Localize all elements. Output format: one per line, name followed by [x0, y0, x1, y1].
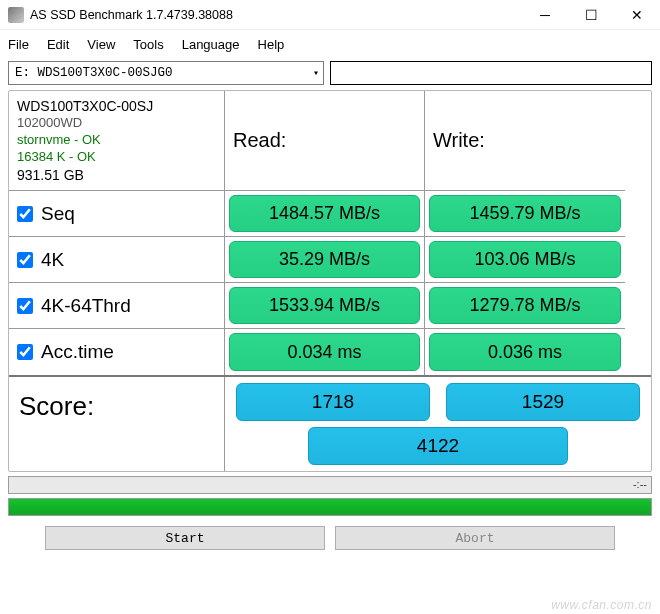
row-acc: Acc.time [9, 329, 225, 375]
value-acc-read: 0.034 ms [229, 333, 420, 371]
menu-tools[interactable]: Tools [133, 37, 163, 52]
row-4k: 4K [9, 237, 225, 283]
progress-area: -:-- [0, 472, 660, 516]
progress-overall [8, 498, 652, 516]
device-driver-status: stornvme - OK [17, 132, 101, 149]
row-seq: Seq [9, 191, 225, 237]
button-row: Start Abort [0, 520, 660, 550]
title-bar: AS SSD Benchmark 1.7.4739.38088 ─ ☐ ✕ [0, 0, 660, 30]
device-model: WDS100T3X0C-00SJ [17, 97, 153, 115]
score-row: Score: 1718 1529 4122 [9, 375, 651, 471]
close-button[interactable]: ✕ [614, 0, 660, 29]
score-label: Score: [9, 377, 225, 471]
menu-file[interactable]: File [8, 37, 29, 52]
chevron-down-icon: ▾ [313, 67, 319, 79]
results-panel: WDS100T3X0C-00SJ 102000WD stornvme - OK … [8, 90, 652, 472]
cell-4k-read: 35.29 MB/s [225, 237, 425, 283]
app-icon [8, 7, 24, 23]
menu-edit[interactable]: Edit [47, 37, 69, 52]
header-write: Write: [425, 91, 625, 191]
value-4k-write: 103.06 MB/s [429, 241, 621, 278]
cell-seq-write: 1459.79 MB/s [425, 191, 625, 237]
device-alignment-status: 16384 K - OK [17, 149, 96, 166]
score-read: 1718 [236, 383, 430, 421]
menu-language[interactable]: Language [182, 37, 240, 52]
score-buttons: 1718 1529 4122 [225, 377, 651, 471]
results-grid: WDS100T3X0C-00SJ 102000WD stornvme - OK … [9, 91, 651, 375]
value-seq-write: 1459.79 MB/s [429, 195, 621, 232]
path-input[interactable] [330, 61, 652, 85]
abort-button: Abort [335, 526, 615, 550]
value-acc-write: 0.036 ms [429, 333, 621, 371]
cell-4k64-write: 1279.78 MB/s [425, 283, 625, 329]
start-button[interactable]: Start [45, 526, 325, 550]
value-4k-read: 35.29 MB/s [229, 241, 420, 278]
cell-4k64-read: 1533.94 MB/s [225, 283, 425, 329]
menu-help[interactable]: Help [258, 37, 285, 52]
label-acc: Acc.time [41, 341, 114, 363]
device-capacity: 931.51 GB [17, 166, 84, 184]
drive-select[interactable]: E: WDS100T3X0C-00SJG0 ▾ [8, 61, 324, 85]
checkbox-seq[interactable] [17, 206, 33, 222]
value-4k64-read: 1533.94 MB/s [229, 287, 420, 324]
label-seq: Seq [41, 203, 75, 225]
cell-acc-write: 0.036 ms [425, 329, 625, 375]
value-4k64-write: 1279.78 MB/s [429, 287, 621, 324]
menu-bar: File Edit View Tools Language Help [0, 30, 660, 58]
label-4k64: 4K-64Thrd [41, 295, 131, 317]
minimize-button[interactable]: ─ [522, 0, 568, 29]
header-read: Read: [225, 91, 425, 191]
cell-acc-read: 0.034 ms [225, 329, 425, 375]
value-seq-read: 1484.57 MB/s [229, 195, 420, 232]
label-4k: 4K [41, 249, 64, 271]
device-firmware: 102000WD [17, 115, 82, 132]
selector-row: E: WDS100T3X0C-00SJG0 ▾ [0, 58, 660, 90]
checkbox-4k[interactable] [17, 252, 33, 268]
checkbox-4k64[interactable] [17, 298, 33, 314]
maximize-button[interactable]: ☐ [568, 0, 614, 29]
cell-seq-read: 1484.57 MB/s [225, 191, 425, 237]
progress-current: -:-- [8, 476, 652, 494]
window-controls: ─ ☐ ✕ [522, 0, 660, 29]
cell-4k-write: 103.06 MB/s [425, 237, 625, 283]
drive-select-value: E: WDS100T3X0C-00SJG0 [15, 66, 173, 80]
progress-time: -:-- [633, 478, 647, 490]
row-4k64: 4K-64Thrd [9, 283, 225, 329]
device-info: WDS100T3X0C-00SJ 102000WD stornvme - OK … [9, 91, 225, 191]
checkbox-acc[interactable] [17, 344, 33, 360]
watermark: www.cfan.com.cn [551, 598, 652, 612]
score-write: 1529 [446, 383, 640, 421]
window-title: AS SSD Benchmark 1.7.4739.38088 [30, 8, 522, 22]
progress-overall-fill [9, 499, 651, 515]
menu-view[interactable]: View [87, 37, 115, 52]
score-total: 4122 [308, 427, 568, 465]
